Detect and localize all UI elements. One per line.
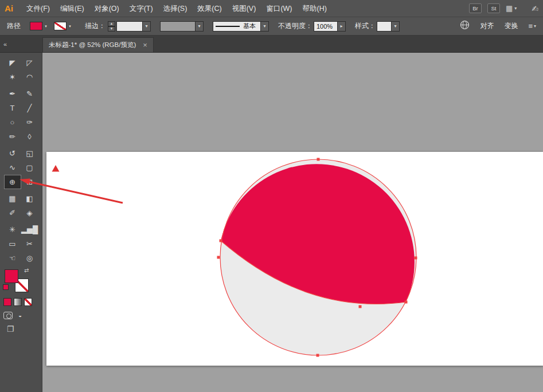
eyedropper-tool[interactable]: ✐ [4,206,21,220]
perspective-grid-tool[interactable]: ⊞ [21,175,38,189]
free-transform-tool[interactable]: ▢ [21,160,38,175]
chevron-down-icon: ▾ [534,23,536,29]
blob-brush-tool[interactable]: ✏ [4,130,21,144]
workspace-grid-icon: ▦ [506,4,513,13]
collapse-chevrons-icon: « [3,41,7,48]
chevron-down-icon: ▾ [514,6,517,11]
anchor-point[interactable] [217,256,220,259]
menu-file[interactable]: 文件(F) [21,0,55,17]
canvas[interactable] [42,53,543,392]
document-tab[interactable]: 未标题-1* @ 52% (RGB/预览) × [42,37,154,52]
stock-button[interactable]: St [487,3,500,13]
gradient-button[interactable] [14,298,22,306]
rotate-tool[interactable]: ↺ [4,146,21,160]
panel-menu-button[interactable]: ≡ ▾ [528,22,536,30]
shape-builder-tool[interactable]: ⊕ [4,175,21,189]
artboard[interactable] [46,152,543,366]
anchor-point[interactable] [415,257,417,260]
chevron-down-icon[interactable]: ▾ [196,21,204,32]
workspace-switcher-button[interactable]: ▦ ▾ [506,4,517,13]
anchor-point[interactable] [359,305,362,308]
swap-fill-stroke-icon[interactable]: ⇄ [24,267,29,273]
graphic-style-select[interactable]: ▾ [377,21,400,32]
fill-color-swatch[interactable] [30,22,42,30]
eraser-tool[interactable]: ◊ [21,130,38,144]
menu-edit[interactable]: 编辑(E) [55,0,89,17]
brush-definition-select[interactable]: 基本 ▾ [213,21,269,32]
slice-tool[interactable]: ✂ [21,237,38,251]
paint-mode-buttons [3,298,32,306]
globe-icon[interactable] [460,20,470,32]
magic-wand-tool[interactable]: ✶ [4,70,21,84]
chevron-down-icon[interactable]: ▾ [261,21,269,32]
stroke-weight-select[interactable]: ▾ [116,21,151,32]
hand-tool[interactable]: ☜ [4,251,21,265]
symbol-sprayer-tool[interactable]: ✳ [4,222,21,237]
anchor-point[interactable] [405,301,408,304]
menu-help[interactable]: 帮助(H) [298,0,332,17]
stroke-weight-value[interactable] [116,21,143,32]
align-panel-button[interactable]: 对齐 [480,21,494,31]
menu-effect[interactable]: 效果(C) [192,0,226,17]
graphic-style-value[interactable] [377,21,392,32]
zoom-tool[interactable]: ◎ [21,251,38,265]
close-tab-icon[interactable]: × [143,41,147,49]
opacity-control[interactable]: 100% ▸ [314,21,346,32]
mesh-tool[interactable]: ▦ [4,191,21,206]
color-button[interactable] [3,298,11,306]
control-bar-right: 对齐 变换 ≡ ▾ [480,21,536,31]
menubar-items: 文件(F)编辑(E)对象(O)文字(T)选择(S)效果(C)视图(V)窗口(W)… [21,0,332,17]
opacity-panel-button[interactable]: ▸ [338,21,346,32]
width-tool[interactable]: ∿ [4,160,21,175]
stroke-weight-stepper[interactable]: ▲ ▼ [108,21,115,32]
opacity-value-field[interactable]: 100% [314,21,338,32]
default-swatches-icon[interactable] [3,284,9,290]
toolbar-collapse-button[interactable]: « [0,36,42,52]
change-screen-mode-icon[interactable]: ❐ [7,324,14,334]
direct-selection-tool[interactable]: ◸ [21,56,38,70]
lasso-tool[interactable]: ◠ [21,70,38,84]
bridge-button[interactable]: Br [469,3,482,13]
menu-object[interactable]: 对象(O) [89,0,124,17]
fill-color-control[interactable]: ▾ [30,22,49,30]
chevron-down-icon[interactable]: ▾ [67,22,73,30]
menu-window[interactable]: 窗口(W) [261,0,297,17]
chevron-down-icon[interactable]: ▾ [392,21,400,32]
stepper-up-icon[interactable]: ▲ [108,21,115,26]
artboard-tool[interactable]: ▭ [4,237,21,251]
stroke-color-swatch[interactable] [54,22,67,30]
menu-select[interactable]: 选择(S) [158,0,193,17]
line-segment-tool[interactable]: ╱ [21,101,38,115]
stylus-icon[interactable]: ✍ [532,4,538,13]
anchor-point[interactable] [220,240,222,242]
transform-panel-button[interactable]: 变换 [504,21,518,31]
none-button[interactable] [24,298,32,306]
selection-tool[interactable]: ◤ [4,56,21,70]
ellipse-tool[interactable]: ○ [4,115,21,130]
drawing-mode-icon[interactable] [3,312,13,319]
stroke-color-control[interactable]: ▾ [54,22,73,30]
brush-definition-value[interactable]: 基本 [213,21,261,32]
width-profile-select[interactable]: ▾ [160,21,204,32]
scale-tool[interactable]: ◱ [21,146,38,160]
gradient-tool[interactable]: ◧ [21,191,38,206]
anchor-point[interactable] [317,354,319,357]
pen-tool[interactable]: ✒ [4,87,21,101]
pencil-tool[interactable]: ✎ [21,87,38,101]
menu-view[interactable]: 视图(V) [227,0,261,17]
artwork-svg [46,152,543,366]
blend-tool[interactable]: ◈ [21,206,38,220]
draw-behind-icon[interactable]: ◒ [18,312,22,319]
fill-swatch[interactable] [5,269,18,283]
chevron-down-icon[interactable]: ▾ [42,22,49,30]
stepper-down-icon[interactable]: ▼ [108,26,115,32]
width-profile-value[interactable] [160,21,196,32]
anchor-point[interactable] [317,158,320,161]
column-graph-tool[interactable]: ▂▅█ [21,222,38,237]
chevron-down-icon[interactable]: ▾ [143,21,151,32]
draw-mode-row: ◒ [3,312,22,319]
type-tool[interactable]: T [4,101,21,115]
menu-type[interactable]: 文字(T) [124,0,158,17]
app-logo: Ai [5,3,13,13]
paintbrush-tool[interactable]: ✑ [21,115,38,130]
